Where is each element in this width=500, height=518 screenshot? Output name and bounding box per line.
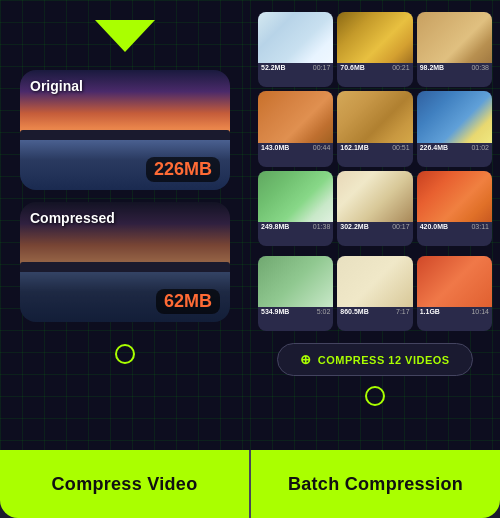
- thumb-6: 226.4MB 01:02: [417, 91, 492, 166]
- thumb-10: 534.9MB 5:02: [258, 256, 333, 331]
- batch-compression-label: Batch Compression: [288, 474, 463, 495]
- compressed-label: Compressed: [30, 210, 115, 226]
- left-circle-indicator: [115, 344, 135, 364]
- compress-video-button[interactable]: Compress Video: [0, 450, 249, 518]
- original-label: Original: [30, 78, 83, 94]
- compress-videos-button-container[interactable]: ⊕ COMPRESS 12 VIDEOS: [277, 343, 472, 376]
- thumb-2: 70.6MB 00:21: [337, 12, 412, 87]
- right-panel: 52.2MB 00:17 70.6MB 00:21 98.2MB 00:38: [250, 0, 500, 450]
- compress-12-videos-button[interactable]: ⊕ COMPRESS 12 VIDEOS: [277, 343, 472, 376]
- video-grid: 52.2MB 00:17 70.6MB 00:21 98.2MB 00:38: [258, 12, 492, 246]
- thumb-9: 420.0MB 03:11: [417, 171, 492, 246]
- thumb-3: 98.2MB 00:38: [417, 12, 492, 87]
- thumb-8: 302.2MB 00:17: [337, 171, 412, 246]
- thumb-5: 162.1MB 00:51: [337, 91, 412, 166]
- thumb-1: 52.2MB 00:17: [258, 12, 333, 87]
- thumb-7: 249.8MB 01:38: [258, 171, 333, 246]
- compress-icon: ⊕: [300, 352, 312, 367]
- compressed-size-badge: 62MB: [156, 289, 220, 314]
- compressed-video-card: Compressed 62MB: [20, 202, 230, 322]
- thumb-12: 1.1GB 10:14: [417, 256, 492, 331]
- original-size-badge: 226MB: [146, 157, 220, 182]
- right-circle-indicator: [365, 386, 385, 406]
- down-arrow-icon: [95, 20, 155, 52]
- batch-compression-button[interactable]: Batch Compression: [251, 450, 500, 518]
- bottom-bar: Compress Video Batch Compression: [0, 450, 500, 518]
- compress-video-label: Compress Video: [52, 474, 198, 495]
- thumb-4: 143.0MB 00:44: [258, 91, 333, 166]
- compress-btn-label: COMPRESS 12 VIDEOS: [318, 354, 450, 366]
- original-video-card: Original 226MB: [20, 70, 230, 190]
- left-panel: Original 226MB Compressed 62MB: [0, 0, 250, 450]
- thumb-11: 860.5MB 7:17: [337, 256, 412, 331]
